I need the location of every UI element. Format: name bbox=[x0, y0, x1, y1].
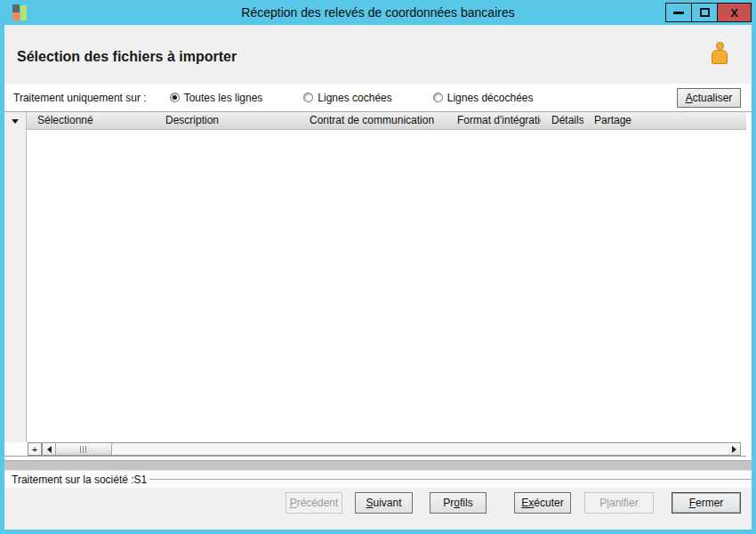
status-row: Traitement sur la société :S1 bbox=[4, 471, 752, 488]
label-part: anifier bbox=[609, 497, 639, 509]
suivant-button[interactable]: Suivant bbox=[355, 492, 413, 514]
label-part: F bbox=[689, 497, 696, 509]
horizontal-scrollbar[interactable] bbox=[42, 442, 741, 456]
grid-body-empty bbox=[27, 130, 746, 442]
grid-header: Sélectionné Description Contrat de commu… bbox=[27, 112, 746, 130]
column-header-details[interactable]: Détails bbox=[541, 112, 583, 129]
radio-toutes-les-lignes[interactable]: Toutes les lignes bbox=[170, 92, 263, 104]
chevron-down-icon bbox=[12, 119, 19, 124]
planifier-button[interactable]: Planifier bbox=[584, 492, 654, 514]
grid-columns-area: Sélectionné Description Contrat de commu… bbox=[27, 112, 746, 442]
profils-button[interactable]: Profils bbox=[430, 492, 487, 514]
window-controls: X bbox=[666, 3, 752, 22]
column-header-description[interactable]: Description bbox=[155, 112, 299, 129]
column-header-partage[interactable]: Partage bbox=[583, 112, 746, 129]
column-header-format[interactable]: Format d'intégration bbox=[446, 112, 541, 129]
label-part: ermer bbox=[696, 497, 723, 509]
radio-icon bbox=[433, 93, 443, 102]
radio-label: Toutes les lignes bbox=[184, 92, 263, 104]
radio-label: Lignes décochées bbox=[447, 92, 534, 104]
radio-icon bbox=[303, 93, 313, 102]
scroll-row-spacer bbox=[4, 442, 28, 456]
radio-lignes-decochees[interactable]: Lignes décochées bbox=[433, 92, 534, 104]
label-part: A bbox=[686, 92, 693, 104]
panel-header: Sélection des fichiers à importer bbox=[4, 26, 752, 84]
label-part: Pr bbox=[443, 497, 454, 509]
minimize-icon bbox=[673, 12, 684, 14]
column-header-contrat[interactable]: Contrat de communication bbox=[299, 112, 446, 129]
close-icon: X bbox=[730, 6, 738, 20]
scrollbar-track[interactable] bbox=[112, 443, 728, 455]
radio-icon bbox=[170, 93, 180, 102]
arrow-right-icon bbox=[732, 446, 736, 453]
label-part: o bbox=[454, 497, 460, 509]
footer: Précédent Suivant Profils Exécuter Plani… bbox=[4, 488, 752, 530]
radio-label: Lignes cochées bbox=[318, 92, 391, 104]
person-icon-head bbox=[716, 42, 724, 50]
app-window: Réception des relevés de coordonnées ban… bbox=[0, 0, 756, 534]
label-part: récédent bbox=[297, 497, 339, 509]
actualiser-button[interactable]: Actualiser bbox=[677, 88, 741, 108]
executer-button[interactable]: Exécuter bbox=[514, 492, 571, 514]
radio-lignes-cochees[interactable]: Lignes cochées bbox=[303, 92, 391, 104]
dialog-content: Sélection des fichiers à importer Traite… bbox=[4, 25, 752, 530]
filter-row: Traitement uniquement sur : Toutes les l… bbox=[4, 84, 752, 112]
grid-scroll-row: + bbox=[4, 442, 746, 457]
scrollbar-thumb[interactable] bbox=[55, 443, 112, 455]
column-header-selectionne[interactable]: Sélectionné bbox=[27, 112, 155, 129]
fermer-button[interactable]: Fermer bbox=[672, 492, 741, 514]
grid-main: Sélectionné Description Contrat de commu… bbox=[4, 112, 746, 442]
titlebar: Réception des relevés de coordonnées ban… bbox=[4, 0, 752, 25]
label-part: ctualiser bbox=[693, 92, 733, 104]
page-title: Sélection des fichiers à importer bbox=[4, 26, 752, 65]
window-title: Réception des relevés de coordonnées ban… bbox=[4, 5, 752, 20]
label-part: fils bbox=[460, 497, 473, 509]
status-text: Traitement sur la société :S1 bbox=[12, 473, 147, 486]
files-grid: Sélectionné Description Contrat de commu… bbox=[4, 112, 752, 457]
maximize-icon bbox=[700, 8, 710, 17]
add-row-button[interactable]: + bbox=[28, 442, 42, 456]
minimize-button[interactable] bbox=[665, 3, 692, 22]
scroll-left-button[interactable] bbox=[43, 443, 55, 455]
precedent-button[interactable]: Précédent bbox=[286, 492, 342, 514]
row-selector-column bbox=[4, 112, 27, 442]
grip-icon bbox=[80, 446, 87, 453]
person-icon-torso bbox=[712, 50, 728, 64]
close-button[interactable]: X bbox=[717, 3, 752, 22]
plus-icon: + bbox=[32, 444, 37, 455]
select-all-dropdown[interactable] bbox=[4, 112, 26, 130]
label-part: uivant bbox=[373, 497, 401, 509]
label-part: P bbox=[290, 497, 297, 509]
person-icon bbox=[711, 42, 730, 66]
maximize-button[interactable] bbox=[691, 3, 718, 22]
scroll-right-button[interactable] bbox=[728, 443, 740, 455]
progress-bar bbox=[4, 460, 752, 471]
label-part: écuter bbox=[534, 497, 563, 509]
label-part: Ex bbox=[521, 497, 534, 509]
status-divider bbox=[149, 479, 752, 480]
arrow-left-icon bbox=[47, 446, 52, 453]
filter-label: Traitement uniquement sur : bbox=[13, 92, 147, 104]
